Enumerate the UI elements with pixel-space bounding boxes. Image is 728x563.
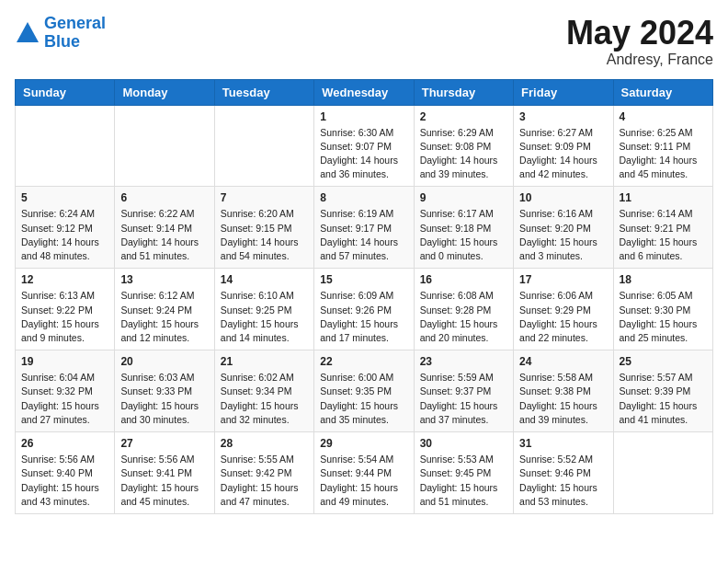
calendar-cell <box>214 105 313 187</box>
location: Andresy, France <box>566 52 713 68</box>
calendar-cell: 11Sunrise: 6:14 AM Sunset: 9:21 PM Dayli… <box>613 187 712 269</box>
calendar-cell: 10Sunrise: 6:16 AM Sunset: 9:20 PM Dayli… <box>514 187 613 269</box>
cell-info: Sunrise: 5:56 AM Sunset: 9:40 PM Dayligh… <box>21 453 108 509</box>
calendar-cell: 14Sunrise: 6:10 AM Sunset: 9:25 PM Dayli… <box>214 269 313 350</box>
day-number: 23 <box>420 355 507 368</box>
logo-line2: Blue <box>44 33 106 52</box>
cell-info: Sunrise: 6:19 AM Sunset: 9:17 PM Dayligh… <box>320 207 407 263</box>
calendar-cell: 25Sunrise: 5:57 AM Sunset: 9:39 PM Dayli… <box>613 350 712 432</box>
cell-info: Sunrise: 6:09 AM Sunset: 9:26 PM Dayligh… <box>320 289 407 345</box>
week-row-4: 19Sunrise: 6:04 AM Sunset: 9:32 PM Dayli… <box>16 350 713 432</box>
calendar-cell: 29Sunrise: 5:54 AM Sunset: 9:44 PM Dayli… <box>314 432 414 514</box>
calendar-cell <box>613 432 712 514</box>
day-number: 8 <box>320 191 407 204</box>
day-number: 9 <box>420 191 507 204</box>
calendar-cell: 24Sunrise: 5:58 AM Sunset: 9:38 PM Dayli… <box>514 350 613 432</box>
cell-info: Sunrise: 6:25 AM Sunset: 9:11 PM Dayligh… <box>620 126 707 182</box>
cell-info: Sunrise: 6:20 AM Sunset: 9:15 PM Dayligh… <box>221 207 308 263</box>
calendar-cell: 31Sunrise: 5:52 AM Sunset: 9:46 PM Dayli… <box>514 432 613 514</box>
cell-info: Sunrise: 6:06 AM Sunset: 9:29 PM Dayligh… <box>519 289 607 345</box>
day-header-tuesday: Tuesday <box>214 79 313 105</box>
day-number: 11 <box>620 191 707 204</box>
cell-info: Sunrise: 6:14 AM Sunset: 9:21 PM Dayligh… <box>620 207 707 263</box>
day-number: 1 <box>320 110 407 123</box>
calendar-cell: 17Sunrise: 6:06 AM Sunset: 9:29 PM Dayli… <box>514 269 613 350</box>
day-number: 7 <box>221 191 308 204</box>
cell-info: Sunrise: 6:12 AM Sunset: 9:24 PM Dayligh… <box>120 289 208 345</box>
cell-info: Sunrise: 6:30 AM Sunset: 9:07 PM Dayligh… <box>320 126 407 182</box>
day-number: 21 <box>221 355 308 368</box>
logo-text: General Blue <box>44 15 106 52</box>
day-number: 17 <box>519 273 607 286</box>
day-number: 16 <box>420 273 507 286</box>
cell-info: Sunrise: 6:03 AM Sunset: 9:33 PM Dayligh… <box>120 371 208 427</box>
cell-info: Sunrise: 6:13 AM Sunset: 9:22 PM Dayligh… <box>21 289 108 345</box>
day-number: 13 <box>120 273 208 286</box>
day-number: 27 <box>120 437 208 450</box>
day-number: 12 <box>21 273 108 286</box>
cell-info: Sunrise: 6:17 AM Sunset: 9:18 PM Dayligh… <box>420 207 507 263</box>
day-number: 30 <box>420 437 507 450</box>
day-number: 3 <box>519 110 607 123</box>
cell-info: Sunrise: 5:58 AM Sunset: 9:38 PM Dayligh… <box>519 371 607 427</box>
day-header-monday: Monday <box>115 79 214 105</box>
cell-info: Sunrise: 6:16 AM Sunset: 9:20 PM Dayligh… <box>519 207 607 263</box>
day-number: 14 <box>221 273 308 286</box>
day-header-sunday: Sunday <box>16 79 115 105</box>
calendar-cell: 22Sunrise: 6:00 AM Sunset: 9:35 PM Dayli… <box>314 350 414 432</box>
cell-info: Sunrise: 5:54 AM Sunset: 9:44 PM Dayligh… <box>320 453 407 509</box>
day-number: 6 <box>120 191 208 204</box>
day-number: 22 <box>320 355 407 368</box>
cell-info: Sunrise: 6:02 AM Sunset: 9:34 PM Dayligh… <box>221 371 308 427</box>
cell-info: Sunrise: 6:22 AM Sunset: 9:14 PM Dayligh… <box>120 207 208 263</box>
calendar-cell: 18Sunrise: 6:05 AM Sunset: 9:30 PM Dayli… <box>613 269 712 350</box>
logo-icon <box>15 20 40 46</box>
day-number: 29 <box>320 437 407 450</box>
month-title: May 2024 <box>566 15 713 52</box>
day-header-wednesday: Wednesday <box>314 79 414 105</box>
day-number: 28 <box>221 437 308 450</box>
header-row: SundayMondayTuesdayWednesdayThursdayFrid… <box>16 79 713 105</box>
cell-info: Sunrise: 5:53 AM Sunset: 9:45 PM Dayligh… <box>420 453 507 509</box>
calendar-cell: 30Sunrise: 5:53 AM Sunset: 9:45 PM Dayli… <box>414 432 513 514</box>
calendar-cell: 21Sunrise: 6:02 AM Sunset: 9:34 PM Dayli… <box>214 350 313 432</box>
cell-info: Sunrise: 6:24 AM Sunset: 9:12 PM Dayligh… <box>21 207 108 263</box>
day-number: 31 <box>519 437 607 450</box>
title-block: May 2024 Andresy, France <box>566 15 713 68</box>
calendar-cell: 1Sunrise: 6:30 AM Sunset: 9:07 PM Daylig… <box>314 105 414 187</box>
day-number: 18 <box>620 273 707 286</box>
day-number: 26 <box>21 437 108 450</box>
cell-info: Sunrise: 6:29 AM Sunset: 9:08 PM Dayligh… <box>420 126 507 182</box>
week-row-3: 12Sunrise: 6:13 AM Sunset: 9:22 PM Dayli… <box>16 269 713 350</box>
calendar-cell: 7Sunrise: 6:20 AM Sunset: 9:15 PM Daylig… <box>214 187 313 269</box>
calendar-cell: 13Sunrise: 6:12 AM Sunset: 9:24 PM Dayli… <box>115 269 214 350</box>
calendar-cell: 19Sunrise: 6:04 AM Sunset: 9:32 PM Dayli… <box>16 350 115 432</box>
day-header-friday: Friday <box>514 79 613 105</box>
cell-info: Sunrise: 6:05 AM Sunset: 9:30 PM Dayligh… <box>620 289 707 345</box>
day-number: 19 <box>21 355 108 368</box>
cell-info: Sunrise: 6:04 AM Sunset: 9:32 PM Dayligh… <box>21 371 108 427</box>
day-number: 2 <box>420 110 507 123</box>
calendar-cell <box>16 105 115 187</box>
cell-info: Sunrise: 6:08 AM Sunset: 9:28 PM Dayligh… <box>420 289 507 345</box>
cell-info: Sunrise: 5:57 AM Sunset: 9:39 PM Dayligh… <box>620 371 707 427</box>
cell-info: Sunrise: 5:59 AM Sunset: 9:37 PM Dayligh… <box>420 371 507 427</box>
cell-info: Sunrise: 5:56 AM Sunset: 9:41 PM Dayligh… <box>120 453 208 509</box>
logo: General Blue <box>15 15 106 52</box>
day-number: 24 <box>519 355 607 368</box>
calendar-cell: 23Sunrise: 5:59 AM Sunset: 9:37 PM Dayli… <box>414 350 513 432</box>
calendar-cell: 28Sunrise: 5:55 AM Sunset: 9:42 PM Dayli… <box>214 432 313 514</box>
calendar-cell: 2Sunrise: 6:29 AM Sunset: 9:08 PM Daylig… <box>414 105 513 187</box>
calendar-cell: 3Sunrise: 6:27 AM Sunset: 9:09 PM Daylig… <box>514 105 613 187</box>
calendar-cell: 8Sunrise: 6:19 AM Sunset: 9:17 PM Daylig… <box>314 187 414 269</box>
week-row-5: 26Sunrise: 5:56 AM Sunset: 9:40 PM Dayli… <box>16 432 713 514</box>
calendar-cell: 27Sunrise: 5:56 AM Sunset: 9:41 PM Dayli… <box>115 432 214 514</box>
cell-info: Sunrise: 5:52 AM Sunset: 9:46 PM Dayligh… <box>519 453 607 509</box>
calendar-cell: 4Sunrise: 6:25 AM Sunset: 9:11 PM Daylig… <box>613 105 712 187</box>
calendar-table: SundayMondayTuesdayWednesdayThursdayFrid… <box>15 79 713 514</box>
calendar-cell: 6Sunrise: 6:22 AM Sunset: 9:14 PM Daylig… <box>115 187 214 269</box>
calendar-cell: 20Sunrise: 6:03 AM Sunset: 9:33 PM Dayli… <box>115 350 214 432</box>
calendar-cell: 12Sunrise: 6:13 AM Sunset: 9:22 PM Dayli… <box>16 269 115 350</box>
logo-line1: General <box>44 14 106 32</box>
day-number: 5 <box>21 191 108 204</box>
